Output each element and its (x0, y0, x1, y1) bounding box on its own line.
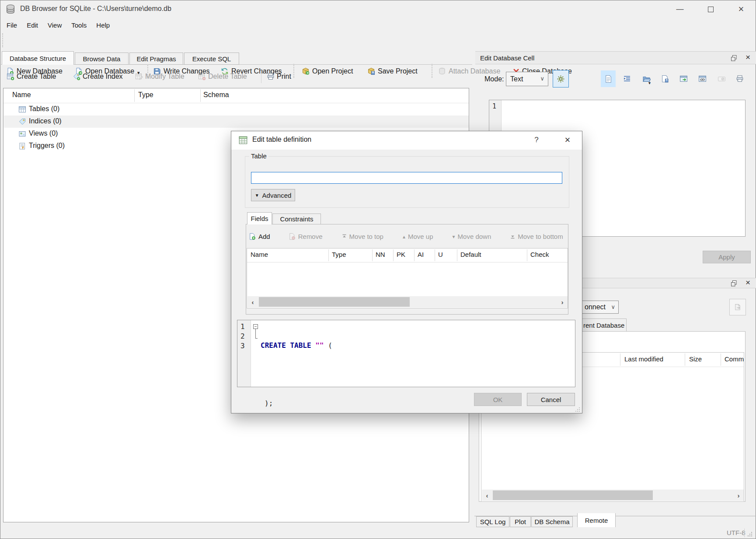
tab-plot[interactable]: Plot (510, 516, 531, 527)
scroll-left-icon[interactable]: ‹ (247, 298, 258, 306)
col-check[interactable]: Check (530, 251, 549, 258)
create-index-button[interactable]: Create Index (73, 69, 123, 84)
move-up-icon: ▴ (403, 234, 405, 240)
open-project-button[interactable]: Open Project (302, 64, 353, 79)
tab-remote[interactable]: Remote (577, 513, 616, 527)
main-toolbar: New Database Open Database ▾ Write Chang… (0, 31, 756, 50)
remote-h-scrollbar[interactable]: ‹ › (482, 490, 744, 501)
column-separator (134, 89, 135, 102)
link-button[interactable] (695, 70, 710, 87)
scrollbar-thumb[interactable] (259, 297, 410, 307)
col-ai[interactable]: AI (418, 251, 424, 258)
scrollbar-thumb[interactable] (493, 490, 653, 500)
print-icon (267, 73, 275, 80)
scroll-right-icon[interactable]: › (733, 492, 744, 499)
dock-float-icon[interactable] (730, 280, 738, 287)
tree-row-label: Indices (0) (29, 117, 62, 125)
remote-column-last-modified[interactable]: Last modified (624, 355, 663, 363)
auto-apply-gear-button[interactable] (553, 70, 569, 88)
print-button[interactable]: Print (267, 69, 291, 84)
menu-tools[interactable]: Tools (66, 21, 91, 30)
tree-row-indices[interactable]: Indices (0) (4, 116, 469, 128)
export-data-button[interactable] (657, 70, 672, 87)
table-definition-icon (238, 136, 248, 145)
tree-column-type[interactable]: Type (138, 91, 153, 99)
mode-select[interactable]: Text ∨ (506, 72, 548, 86)
dock-float-icon[interactable] (730, 54, 738, 62)
delete-table-button[interactable]: Delete Table (198, 69, 247, 84)
tab-database-structure[interactable]: Database Structure (2, 51, 74, 65)
col-pk[interactable]: PK (397, 251, 405, 258)
col-nn[interactable]: NN (376, 251, 385, 258)
tree-column-name[interactable]: Name (12, 91, 31, 99)
cancel-button[interactable]: Cancel (527, 393, 575, 406)
tab-edit-pragmas[interactable]: Edit Pragmas (129, 52, 183, 65)
tree-row-tables[interactable]: Tables (0) (4, 103, 469, 116)
minimize-button[interactable]: — (666, 0, 693, 18)
advanced-button[interactable]: ▼ Advanced (251, 189, 295, 201)
advanced-arrow-icon: ▼ (255, 193, 259, 198)
add-field-button[interactable]: Add (248, 233, 270, 240)
dialog-tab-constraints[interactable]: Constraints (272, 214, 321, 224)
table-name-input[interactable] (251, 172, 562, 184)
tab-db-schema[interactable]: DB Schema (531, 516, 573, 527)
dialog-resize-grip-icon[interactable] (575, 407, 580, 412)
print-cell-button[interactable] (732, 70, 747, 87)
import-data-button[interactable]: ▾ (639, 70, 654, 87)
move-up-button[interactable]: ▴ Move up (403, 233, 433, 240)
apply-button[interactable]: Apply (703, 251, 751, 263)
import-dropdown-arrow[interactable]: ▾ (648, 80, 651, 85)
open-in-external-button[interactable] (676, 70, 691, 87)
remove-field-button[interactable]: Remove (288, 233, 323, 240)
save-project-label: Save Project (378, 67, 418, 75)
col-u[interactable]: U (438, 251, 443, 258)
dock-close-icon[interactable]: × (746, 52, 750, 62)
move-up-label: Move up (408, 233, 433, 240)
scroll-right-icon[interactable]: › (557, 298, 568, 306)
fold-marker-icon[interactable] (253, 324, 258, 329)
remote-column-size[interactable]: Size (689, 355, 702, 363)
add-label: Add (258, 233, 270, 240)
dock-close-icon[interactable]: × (746, 278, 750, 287)
sql-preview-editor[interactable]: 1 2 3 CREATE TABLE "" ( ); (237, 320, 575, 387)
close-button[interactable]: × (728, 0, 755, 18)
create-table-button[interactable]: Create Table (7, 69, 56, 84)
modify-table-button[interactable]: Modify Table (135, 69, 185, 84)
tree-column-schema[interactable]: Schema (203, 91, 229, 99)
delete-table-icon (198, 73, 206, 80)
move-to-bottom-button[interactable]: Move to bottom (510, 233, 563, 240)
fields-h-scrollbar[interactable]: ‹ › (247, 296, 568, 308)
line-number: 1 (492, 102, 496, 110)
menu-help[interactable]: Help (91, 21, 115, 30)
tab-execute-sql[interactable]: Execute SQL (184, 52, 239, 65)
col-name[interactable]: Name (251, 251, 268, 258)
scroll-left-icon[interactable]: ‹ (482, 492, 492, 499)
dialog-help-button[interactable]: ? (530, 133, 543, 147)
ok-button[interactable]: OK (474, 393, 522, 406)
menu-file[interactable]: File (2, 21, 22, 30)
maximize-icon (708, 7, 714, 12)
maximize-button[interactable] (697, 0, 724, 18)
set-null-button[interactable] (714, 70, 729, 87)
move-to-top-button[interactable]: Move to top (342, 233, 383, 240)
encoding-status[interactable]: UTF-8 (727, 529, 746, 536)
menu-view[interactable]: View (43, 21, 66, 30)
move-down-button[interactable]: ▾ Move down (453, 233, 491, 240)
tab-label: Execute SQL (192, 55, 231, 63)
remote-clone-button[interactable] (729, 299, 746, 315)
resize-grip-icon[interactable] (747, 531, 753, 537)
remote-column-commit[interactable]: Comm (725, 355, 744, 363)
table-group-label: Table (249, 152, 268, 160)
tab-label: Edit Pragmas (136, 55, 176, 63)
tab-browse-data[interactable]: Browse Data (75, 52, 129, 65)
col-type[interactable]: Type (332, 251, 346, 258)
word-wrap-button[interactable] (620, 70, 634, 87)
dialog-tab-fields[interactable]: Fields (247, 212, 272, 224)
text-mode-button[interactable] (601, 70, 616, 87)
tab-sql-log[interactable]: SQL Log (476, 516, 509, 527)
menu-edit[interactable]: Edit (22, 21, 43, 30)
save-project-button[interactable]: Save Project (367, 64, 418, 79)
dialog-close-button[interactable]: × (560, 133, 575, 147)
col-default[interactable]: Default (460, 251, 481, 258)
sql-tail: ( (324, 341, 332, 350)
